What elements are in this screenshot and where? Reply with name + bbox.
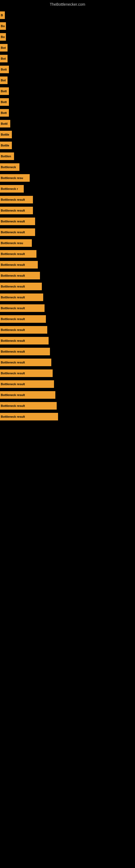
bar-row: Bottleneck resu	[0, 173, 135, 183]
bar-label: Bottleneck result	[0, 315, 46, 323]
bar-row: Bottlen	[0, 151, 135, 162]
bar-label: Bo	[0, 33, 6, 41]
bar-row: Bottleneck result	[0, 248, 135, 259]
bar-row: Bott	[0, 107, 135, 118]
bar-row: Bottle	[0, 140, 135, 151]
bar-row: Bottleneck result	[0, 281, 135, 292]
bar-row: Bottleneck result	[0, 400, 135, 411]
bar-row: Bottleneck result	[0, 346, 135, 357]
bar-row: B	[0, 10, 135, 21]
bar-label: Bottleneck result	[0, 283, 42, 290]
bar-label: Bottleneck result	[0, 261, 38, 269]
site-title: TheBottlenecker.com	[0, 0, 135, 10]
bar-label: Bot	[0, 76, 8, 84]
bar-label: Bottleneck result	[0, 218, 35, 225]
bar-label: Bott	[0, 109, 9, 117]
bar-row: Bottleneck result	[0, 335, 135, 346]
bar-label: Bottleneck result	[0, 304, 45, 312]
bar-row: Bottleneck result	[0, 205, 135, 216]
bar-row: Bottleneck result	[0, 314, 135, 324]
bar-row: Bottleneck result	[0, 390, 135, 400]
bar-label: Bottle	[0, 131, 12, 138]
bar-row: Bottleneck result	[0, 216, 135, 227]
bar-label: Bottleneck result	[0, 196, 33, 204]
bar-row: Bottle	[0, 129, 135, 140]
bar-label: Bottleneck result	[0, 369, 53, 377]
bar-label: Bottle	[0, 142, 12, 149]
bar-label: Bottleneck result	[0, 207, 33, 214]
bar-label: Bottleneck result	[0, 391, 55, 399]
bar-label: Bott	[0, 87, 9, 95]
bar-row: Bottleneck r	[0, 183, 135, 194]
bar-row: Bott	[0, 86, 135, 97]
bar-row: Bottleneck result	[0, 379, 135, 390]
bar-row: Bot	[0, 53, 135, 64]
bar-row: Bottleneck	[0, 162, 135, 173]
bar-row: Bottleneck result	[0, 357, 135, 368]
bar-row: Bo	[0, 21, 135, 31]
bar-label: Bottleneck result	[0, 380, 54, 388]
bar-label: Bottleneck resu	[0, 174, 30, 182]
bar-label: Bottleneck r	[0, 185, 24, 193]
bar-row: Bottleneck result	[0, 324, 135, 335]
bar-label: Bottleneck result	[0, 250, 37, 258]
bars-container: BBoBoBotBotBottBotBottBottBottBottlBottl…	[0, 10, 135, 422]
bar-label: Bottleneck result	[0, 326, 47, 334]
bar-row: Bottl	[0, 118, 135, 129]
bar-label: Bottleneck result	[0, 337, 49, 344]
bar-label: Bottleneck result	[0, 402, 57, 410]
bar-row: Bottleneck result	[0, 292, 135, 303]
bar-label: Bottlen	[0, 152, 14, 160]
bar-label: B	[0, 11, 5, 19]
bar-row: Bottleneck result	[0, 227, 135, 238]
bar-label: Bottleneck result	[0, 359, 51, 366]
bar-row: Bottleneck result	[0, 368, 135, 379]
bar-row: Bottleneck resu	[0, 238, 135, 248]
bar-label: Bottleneck result	[0, 228, 35, 236]
bar-row: Bottleneck result	[0, 411, 135, 422]
bar-row: Bo	[0, 31, 135, 42]
bar-label: Bottleneck result	[0, 293, 43, 301]
bar-label: Bottleneck result	[0, 272, 40, 279]
bar-row: Bottleneck result	[0, 303, 135, 314]
bar-label: Bottleneck	[0, 163, 19, 171]
bar-row: Bottleneck result	[0, 259, 135, 270]
bar-row: Bottleneck result	[0, 194, 135, 205]
bar-row: Bott	[0, 64, 135, 75]
bar-label: Bott	[0, 98, 9, 106]
bar-row: Bot	[0, 42, 135, 53]
bar-row: Bott	[0, 97, 135, 107]
bar-row: Bottleneck result	[0, 270, 135, 281]
bar-label: Bottleneck result	[0, 413, 58, 421]
bar-label: Bo	[0, 22, 6, 30]
bar-label: Bottleneck result	[0, 348, 50, 355]
bar-label: Bott	[0, 66, 9, 73]
bar-label: Bot	[0, 55, 8, 62]
bar-label: Bot	[0, 44, 8, 52]
bar-row: Bot	[0, 75, 135, 86]
bar-label: Bottl	[0, 120, 10, 127]
bar-label: Bottleneck resu	[0, 239, 32, 247]
